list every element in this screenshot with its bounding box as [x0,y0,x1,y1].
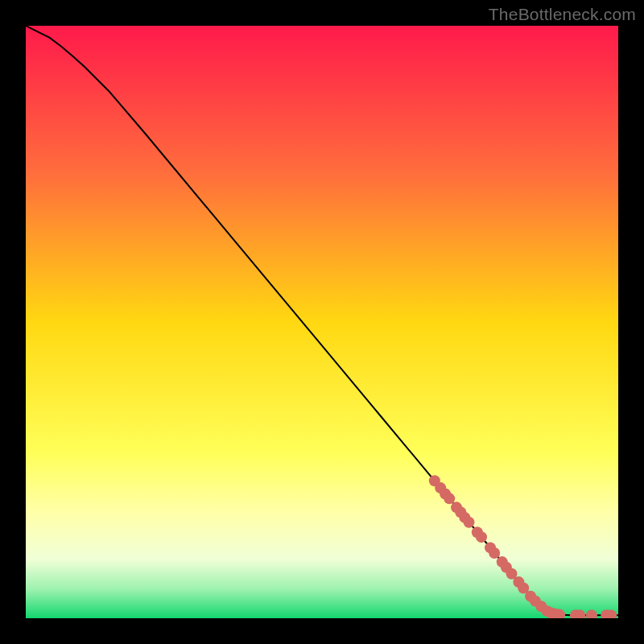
gradient-background [26,26,618,618]
attribution-label: TheBottleneck.com [489,5,636,24]
chart-plot-area [26,26,618,618]
chart-svg [26,26,618,618]
data-marker [476,531,487,543]
chart-frame: TheBottleneck.com [0,0,644,644]
data-marker [444,493,455,504]
data-marker [489,547,500,559]
data-marker [464,517,475,528]
